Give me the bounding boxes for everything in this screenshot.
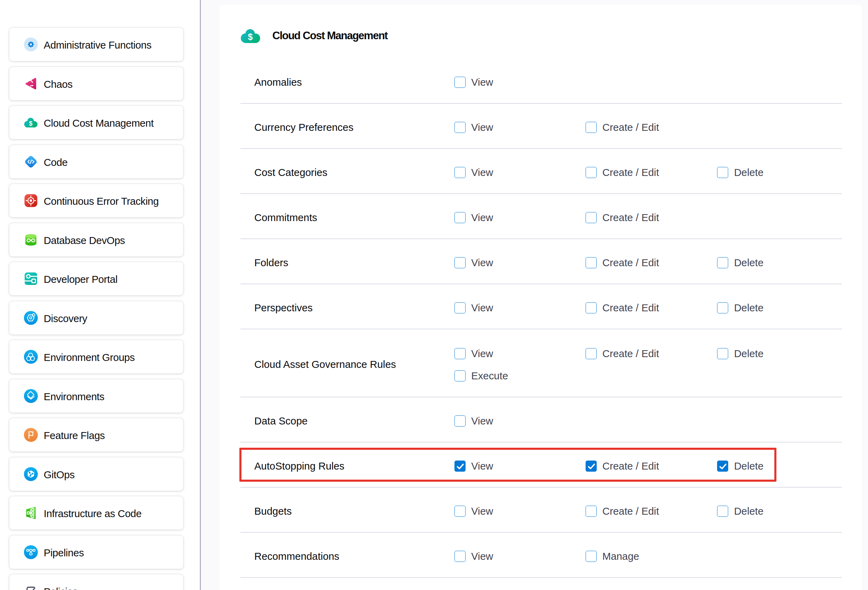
- svg-text:$: $: [248, 32, 253, 41]
- svg-text:$: $: [29, 120, 32, 127]
